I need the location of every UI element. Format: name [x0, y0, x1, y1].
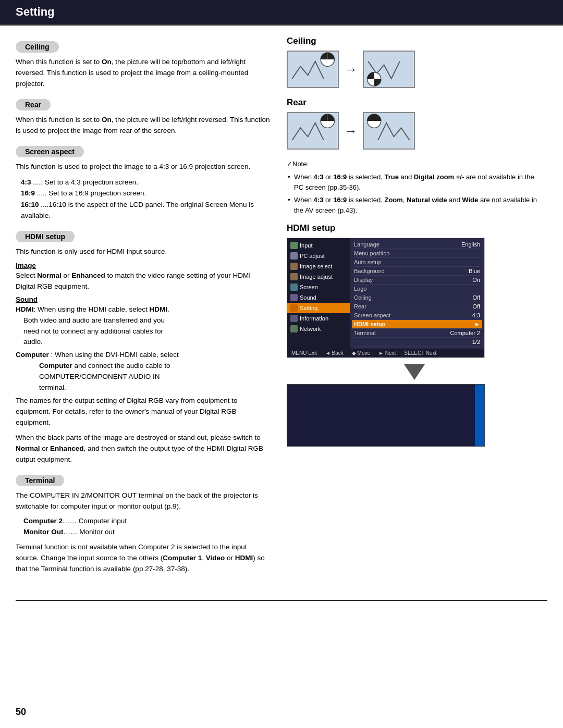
down-arrow-icon [404, 364, 425, 380]
background-label: Background [354, 268, 385, 274]
down-arrow-container [287, 364, 542, 380]
menu-row-ceiling: Ceiling Off [354, 293, 480, 302]
page-title: Setting [16, 5, 55, 18]
menu-item-imageselect-label: Image select [300, 263, 332, 269]
menu-row-autosetup: Auto setup [354, 258, 480, 267]
menu-item-network: Network [287, 324, 350, 334]
ceiling-diagram-row: → [287, 51, 542, 88]
aspect-1610-item: 16:10 ....16:10 is the aspect of the LCD… [21, 199, 271, 221]
hdmi-setup-right-title: HDMI setup [287, 223, 542, 233]
menu-item-imageadjust-label: Image adjust [300, 274, 333, 280]
note2: When 4:3 or 16:9 is selected, Zoom, Natu… [294, 195, 542, 216]
menu-item-screen-label: Screen [300, 284, 318, 290]
rear-diagram-section: Rear → [287, 97, 542, 150]
menu-item-imageadjust: Image adjust [287, 272, 350, 282]
hdmi-intro: This function is only used for HDMI inpu… [16, 246, 271, 257]
terminal-row-value: Computer 2 [450, 330, 480, 336]
terminal-section: Terminal The COMPUTER IN 2/MONITOR OUT t… [16, 470, 271, 575]
note-section: ✓Note: When 4:3 or 16:9 is selected, Tru… [287, 159, 542, 216]
menu-item-information-label: Information [300, 315, 328, 322]
hdmisetup-row-label: HDMI setup [354, 321, 386, 327]
hdmisetup-row-value: ► [474, 321, 480, 327]
display-value: On [472, 277, 480, 283]
footer-select: SELECT Next [404, 350, 436, 356]
menu-row-background: Background Blue [354, 267, 480, 276]
right-column: Ceiling → [287, 36, 542, 579]
ceiling-row-value: Off [473, 294, 480, 301]
hdmi-extra1: The names for the output setting of Digi… [16, 396, 271, 428]
ceiling-diagram-section: Ceiling → [287, 36, 542, 88]
hdmi-extra2: When the black parts of the image are de… [16, 433, 271, 465]
menu-item-sound-label: Sound [300, 294, 316, 301]
sound-icon [290, 294, 298, 301]
image-subtitle: Image [16, 262, 271, 269]
info-icon [290, 315, 298, 322]
menu-row-language: Language English [354, 240, 480, 249]
footer-exit: MENU Exit [291, 350, 317, 356]
pc-icon [290, 252, 298, 260]
rear-badge: Rear [16, 99, 51, 110]
image-text: Select Normal or Enhanced to match the v… [16, 270, 271, 292]
screenaspect-row-label: Screen aspect [354, 312, 390, 318]
ceiling-diagram-box1 [287, 51, 339, 88]
menu-item-imageselect: Image select [287, 261, 350, 272]
menu-row-display: Display On [354, 276, 480, 285]
autosetup-label: Auto setup [354, 259, 382, 265]
terminal-row-label: Terminal [354, 330, 376, 336]
menu-item-input: Input [287, 240, 350, 251]
footer-next1: ► Next [378, 350, 396, 356]
menu-item-pcadjust: PC adjust [287, 251, 350, 261]
ceiling-text: When this function is set to On, the pic… [16, 57, 271, 90]
page-number: 50 [16, 707, 26, 718]
menu-item-sound: Sound [287, 292, 350, 303]
rear-text: When this function is set to On, the pic… [16, 115, 271, 137]
menu-row-logo: Logo [354, 285, 480, 293]
menu-inner: Input PC adjust Image select Image adjus… [287, 238, 484, 349]
page-row-value: 1/2 [472, 339, 480, 345]
footer-back: ◄ Back [325, 350, 344, 356]
menu-footer: MENU Exit ◄ Back ◆ Move ► Next SELECT Ne… [287, 349, 484, 357]
hdmi-submenu-screenshot [287, 384, 485, 447]
aspect-43-item: 4:3 ..... Set to a 4:3 projection screen… [21, 177, 271, 188]
image-select-icon [290, 263, 298, 270]
hdmi-badge: HDMI setup [16, 231, 75, 242]
note1: When 4:3 or 16:9 is selected, True and D… [294, 172, 542, 193]
rear-diagram-row: → [287, 112, 542, 150]
menu-item-information: Information [287, 313, 350, 324]
ceiling-badge: Ceiling [16, 41, 59, 53]
ceiling-section: Ceiling When this function is set to On,… [16, 36, 271, 90]
blue-accent-bar [475, 385, 484, 446]
menu-item-screen: Screen [287, 282, 350, 292]
menu-item-network-label: Network [300, 326, 321, 332]
left-column: Ceiling When this function is set to On,… [16, 36, 271, 579]
sound-subtitle: Sound [16, 295, 271, 303]
rear-diagram-box1 [287, 112, 339, 150]
menu-row-rear: Rear Off [354, 302, 480, 311]
menu-row-terminal: Terminal Computer 2 [354, 329, 480, 338]
ceiling-right-title: Ceiling [287, 36, 542, 46]
screenaspect-row-value: 4:3 [472, 312, 480, 318]
rear-arrow: → [344, 123, 358, 139]
note-label: ✓Note: [287, 159, 542, 170]
hdmi-sound-text: HDMI: When using the HDMI cable, select … [16, 304, 271, 348]
terminal-note: Terminal function is not available when … [16, 542, 271, 575]
rear-row-value: Off [473, 303, 480, 310]
menu-row-menuposition: Menu position [354, 249, 480, 258]
ceiling-diagram-box2 [363, 51, 415, 88]
terminal-text: The COMPUTER IN 2/MONITOR OUT terminal o… [16, 490, 271, 512]
aspect-list: 4:3 ..... Set to a 4:3 projection screen… [21, 177, 271, 221]
input-icon [290, 242, 298, 249]
language-label: Language [354, 241, 380, 248]
page-header: Setting [0, 0, 563, 26]
aspect-169-item: 16:9 ..... Set to a 16:9 projection scre… [21, 188, 271, 199]
menu-row-screenaspect: Screen aspect 4:3 [354, 311, 480, 320]
computer2-line: Computer 2…… Computer input Monitor Out…… [16, 516, 271, 538]
terminal-badge: Terminal [16, 475, 64, 486]
rear-right-title: Rear [287, 97, 542, 108]
screen-icon [290, 283, 298, 291]
menu-row-page: 1/2 [354, 338, 480, 347]
menu-item-input-label: Input [300, 242, 312, 249]
ceiling-row-label: Ceiling [354, 294, 372, 301]
screen-aspect-badge: Screen aspect [16, 146, 84, 157]
rear-row-label: Rear [354, 303, 366, 310]
